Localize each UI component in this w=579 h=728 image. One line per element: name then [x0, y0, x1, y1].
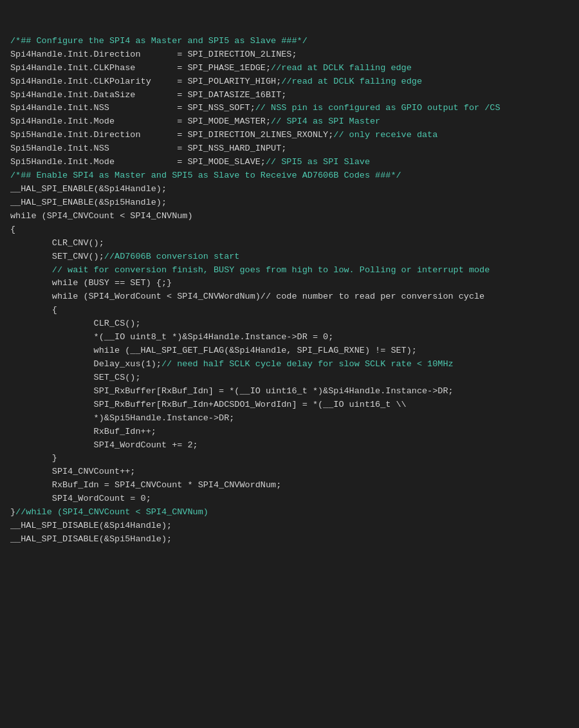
plain-text: SPI_RxBuffer[RxBuf_Idn+ADCSDO1_WordIdn] …: [10, 400, 407, 409]
plain-text: Spi4Handle.Init.Mode = SPI_MODE_MASTER;: [10, 117, 271, 126]
plain-text: SET_CNV();: [10, 252, 104, 261]
code-line: CLR_CS();: [10, 317, 569, 331]
code-line: __HAL_SPI_ENABLE(&Spi5Handle);: [10, 196, 569, 210]
plain-text: Spi4Handle.Init.CLKPhase = SPI_PHASE_1ED…: [10, 63, 271, 73]
code-line: // wait for conversion finish, BUSY goes…: [10, 264, 569, 277]
plain-text: __HAL_SPI_ENABLE(&Spi4Handle);: [10, 184, 167, 194]
code-line: Spi4Handle.Init.CLKPhase = SPI_PHASE_1ED…: [10, 62, 569, 75]
code-line: SPI_RxBuffer[RxBuf_Idn+ADCSDO1_WordIdn] …: [10, 398, 569, 412]
code-line: SPI_RxBuffer[RxBuf_Idn] = *(__IO uint16_…: [10, 385, 569, 398]
plain-text: Spi5Handle.Init.Direction = SPI_DIRECTIO…: [10, 130, 333, 140]
code-line: {: [10, 304, 569, 317]
code-line: /*## Enable SPI4 as Master and SPI5 as S…: [10, 169, 569, 183]
comment-text: /*## Configure the SPI4 as Master and SP…: [10, 36, 308, 46]
code-line: *(__IO uint8_t *)&Spi4Handle.Instance->D…: [10, 331, 569, 344]
inline-comment: // only receive data: [333, 130, 437, 140]
plain-text: CLR_CS();: [10, 319, 141, 328]
inline-comment: // SPI5 as SPI Slave: [266, 157, 370, 167]
code-line: {: [10, 223, 569, 237]
plain-text: __HAL_SPI_DISABLE(&Spi5Handle);: [10, 534, 172, 544]
code-line: }: [10, 452, 569, 465]
plain-text: }: [10, 453, 57, 463]
plain-text: while (SPI4_WordCount < SPI4_CNVWordNum)…: [10, 292, 484, 301]
code-line: while (__HAL_SPI_GET_FLAG(&Spi4Handle, S…: [10, 344, 569, 358]
plain-text: SET_CS();: [10, 373, 141, 382]
code-line: Spi5Handle.Init.Mode = SPI_MODE_SLAVE;//…: [10, 156, 569, 169]
code-line: while (BUSY == SET) {;}: [10, 277, 569, 290]
code-line: *)&Spi5Handle.Instance->DR;: [10, 412, 569, 425]
code-line: Spi5Handle.Init.Direction = SPI_DIRECTIO…: [10, 129, 569, 142]
plain-text: }: [10, 507, 15, 517]
plain-text: *(__IO uint8_t *)&Spi4Handle.Instance->D…: [10, 332, 333, 342]
code-line: Spi4Handle.Init.CLKPolarity = SPI_POLARI…: [10, 75, 569, 89]
plain-text: SPI4_CNVCount++;: [10, 467, 135, 476]
plain-text: {: [10, 225, 15, 234]
inline-comment: // SPI4 as SPI Master: [271, 117, 380, 126]
plain-text: while (BUSY == SET) {;}: [10, 278, 172, 288]
code-line: Spi5Handle.Init.NSS = SPI_NSS_HARD_INPUT…: [10, 142, 569, 156]
code-line: SET_CS();: [10, 371, 569, 385]
plain-text: {: [10, 305, 57, 315]
plain-text: __HAL_SPI_DISABLE(&Spi4Handle);: [10, 521, 172, 530]
code-line: Delay_xus(1);// need half SCLK cycle del…: [10, 358, 569, 371]
code-line: SPI4_WordCount += 2;: [10, 439, 569, 453]
comment-text: /*## Enable SPI4 as Master and SPI5 as S…: [10, 171, 401, 180]
plain-text: Spi5Handle.Init.Mode = SPI_MODE_SLAVE;: [10, 157, 266, 167]
code-line: __HAL_SPI_DISABLE(&Spi5Handle);: [10, 533, 569, 546]
inline-comment: //AD7606B conversion start: [104, 252, 240, 261]
inline-comment: //while (SPI4_CNVCount < SPI4_CNVNum): [15, 507, 208, 517]
plain-text: *)&Spi5Handle.Instance->DR;: [10, 413, 234, 423]
comment-text: // wait for conversion finish, BUSY goes…: [10, 265, 490, 275]
plain-text: SPI_RxBuffer[RxBuf_Idn] = *(__IO uint16_…: [10, 386, 454, 396]
plain-text: Spi4Handle.Init.CLKPolarity = SPI_POLARI…: [10, 77, 281, 86]
plain-text: RxBuf_Idn = SPI4_CNVCount * SPI4_CNVWord…: [10, 480, 281, 490]
code-line: /*## Configure the SPI4 as Master and SP…: [10, 35, 569, 48]
plain-text: Spi4Handle.Init.Direction = SPI_DIRECTIO…: [10, 50, 297, 59]
inline-comment: // need half SCLK cycle delay for slow S…: [161, 359, 454, 369]
code-line: SPI4_CNVCount++;: [10, 465, 569, 479]
plain-text: CLR_CNV();: [10, 238, 104, 248]
code-container: /*## Configure the SPI4 as Master and SP…: [10, 8, 569, 560]
code-line: CLR_CNV();: [10, 237, 569, 250]
plain-text: while (SPI4_CNVCount < SPI4_CNVNum): [10, 211, 193, 221]
code-line: SET_CNV();//AD7606B conversion start: [10, 250, 569, 264]
code-line: Spi4Handle.Init.DataSize = SPI_DATASIZE_…: [10, 89, 569, 102]
plain-text: Spi5Handle.Init.NSS = SPI_NSS_HARD_INPUT…: [10, 144, 286, 153]
inline-comment: //read at DCLK falling edge: [281, 77, 422, 86]
plain-text: Delay_xus(1);: [10, 359, 161, 369]
inline-comment: //read at DCLK falling edge: [271, 63, 412, 73]
plain-text: SPI4_WordCount += 2;: [10, 440, 198, 450]
code-line: SPI4_WordCount = 0;: [10, 492, 569, 506]
code-line: RxBuf_Idn = SPI4_CNVCount * SPI4_CNVWord…: [10, 479, 569, 492]
code-line: Spi4Handle.Init.Direction = SPI_DIRECTIO…: [10, 48, 569, 62]
plain-text: RxBuf_Idn++;: [10, 427, 156, 436]
code-line: while (SPI4_WordCount < SPI4_CNVWordNum)…: [10, 290, 569, 304]
plain-text: __HAL_SPI_ENABLE(&Spi5Handle);: [10, 198, 167, 207]
plain-text: Spi4Handle.Init.NSS = SPI_NSS_SOFT;: [10, 103, 255, 113]
code-line: Spi4Handle.Init.Mode = SPI_MODE_MASTER;/…: [10, 115, 569, 129]
plain-text: Spi4Handle.Init.DataSize = SPI_DATASIZE_…: [10, 90, 286, 100]
code-line: __HAL_SPI_ENABLE(&Spi4Handle);: [10, 183, 569, 196]
code-line: while (SPI4_CNVCount < SPI4_CNVNum): [10, 210, 569, 223]
plain-text: while (__HAL_SPI_GET_FLAG(&Spi4Handle, S…: [10, 346, 417, 355]
code-line: Spi4Handle.Init.NSS = SPI_NSS_SOFT;// NS…: [10, 102, 569, 115]
code-line: }//while (SPI4_CNVCount < SPI4_CNVNum): [10, 506, 569, 519]
inline-comment: // NSS pin is configured as GPIO output …: [255, 103, 501, 113]
code-line: RxBuf_Idn++;: [10, 425, 569, 439]
code-line: __HAL_SPI_DISABLE(&Spi4Handle);: [10, 519, 569, 533]
plain-text: SPI4_WordCount = 0;: [10, 494, 151, 503]
